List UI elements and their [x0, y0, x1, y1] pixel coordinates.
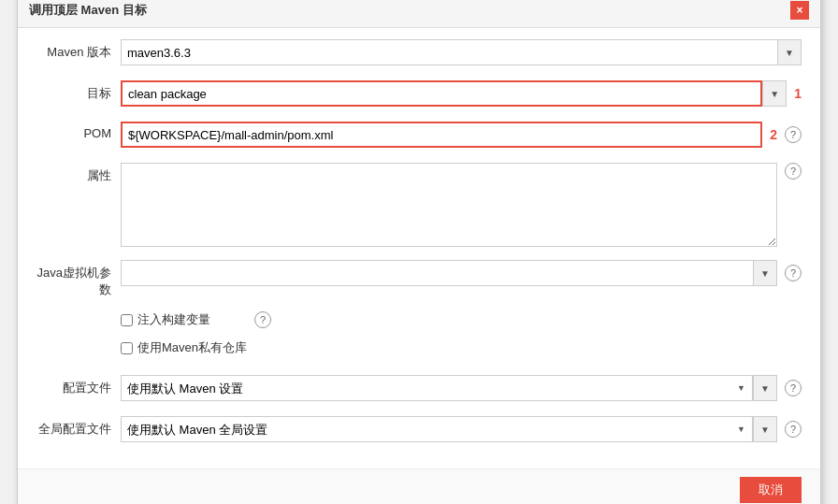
target-row: 目标 ▼ 1: [36, 80, 802, 108]
global-help-symbol: ?: [790, 424, 796, 435]
attributes-help-symbol: ?: [790, 166, 796, 177]
dialog-body: Maven 版本 maven3.6.3 ▼ 目标 ▼: [18, 28, 820, 468]
global-config-label: 全局配置文件: [36, 416, 121, 438]
attributes-textarea[interactable]: [121, 163, 777, 247]
checkboxes-help-symbol: ?: [260, 314, 266, 325]
target-badge: 1: [794, 86, 802, 101]
jvm-label: Java虚拟机参数: [36, 260, 121, 298]
maven-version-label: Maven 版本: [36, 39, 121, 61]
jvm-help-icon[interactable]: ?: [785, 265, 802, 281]
target-dropdown-icon: ▼: [770, 89, 779, 99]
jvm-help-symbol: ?: [790, 267, 796, 279]
dialog-footer: 取消: [18, 468, 820, 504]
global-config-dropdown-btn[interactable]: ▼: [753, 416, 777, 442]
config-file-content: 使用默认 Maven 设置 ▼ ?: [121, 375, 802, 401]
inject-build-row: 注入构建变量: [121, 311, 247, 328]
target-dropdown-btn[interactable]: ▼: [762, 80, 787, 107]
dropdown-icon: ▼: [785, 48, 794, 58]
pom-input[interactable]: [121, 122, 762, 148]
global-config-help-icon[interactable]: ?: [785, 421, 802, 438]
config-file-row: 配置文件 使用默认 Maven 设置 ▼ ?: [36, 375, 802, 403]
pom-badge: 2: [770, 127, 777, 142]
config-file-label: 配置文件: [36, 375, 121, 396]
config-file-select-wrapper: 使用默认 Maven 设置: [121, 375, 753, 401]
checkboxes-content: 注入构建变量 使用Maven私有仓库 ?: [121, 311, 802, 362]
target-content: ▼ 1: [121, 80, 802, 107]
checkboxes-wrapper: 注入构建变量 使用Maven私有仓库: [121, 311, 247, 362]
jvm-row: Java虚拟机参数 ▼ ?: [36, 260, 802, 298]
attributes-help-icon[interactable]: ?: [785, 163, 802, 180]
checkboxes-help-icon[interactable]: ?: [254, 311, 271, 328]
target-input[interactable]: [121, 80, 762, 107]
maven-version-content: maven3.6.3 ▼: [121, 39, 802, 65]
global-config-row: 全局配置文件 使用默认 Maven 全局设置 ▼ ?: [36, 416, 802, 444]
global-config-select-wrapper: 使用默认 Maven 全局设置: [121, 416, 753, 442]
jvm-dropdown-btn[interactable]: ▼: [753, 260, 777, 286]
private-repo-label: 使用Maven私有仓库: [137, 339, 247, 356]
jvm-input[interactable]: [121, 260, 753, 286]
target-label: 目标: [36, 80, 121, 102]
pom-label: POM: [36, 122, 121, 140]
config-file-dropdown-btn[interactable]: ▼: [753, 375, 777, 401]
config-file-help-icon[interactable]: ?: [785, 380, 802, 396]
global-dropdown-icon: ▼: [760, 425, 770, 435]
maven-version-input-group: maven3.6.3 ▼: [121, 39, 802, 65]
config-file-select[interactable]: 使用默认 Maven 设置: [121, 375, 753, 401]
close-button[interactable]: ×: [790, 1, 809, 20]
global-config-select[interactable]: 使用默认 Maven 全局设置: [121, 416, 753, 442]
jvm-dropdown-icon: ▼: [760, 268, 770, 279]
dialog-container: 调用顶层 Maven 目标 × Maven 版本 maven3.6.3 ▼ 目标: [17, 0, 821, 504]
maven-version-dropdown-btn[interactable]: ▼: [777, 39, 802, 65]
global-config-content: 使用默认 Maven 全局设置 ▼ ?: [121, 416, 802, 442]
inject-build-label: 注入构建变量: [137, 311, 210, 328]
inject-build-checkbox[interactable]: [121, 314, 133, 326]
jvm-input-group: ▼: [121, 260, 777, 286]
config-dropdown-icon: ▼: [760, 383, 770, 394]
checkboxes-label: [36, 311, 121, 316]
target-input-group: ▼: [121, 80, 787, 107]
maven-version-select[interactable]: maven3.6.3: [121, 39, 777, 65]
dialog-header: 调用顶层 Maven 目标 ×: [18, 0, 820, 28]
attributes-content: ?: [121, 163, 802, 247]
jvm-content: ▼ ?: [121, 260, 802, 286]
pom-help-symbol: ?: [790, 129, 796, 140]
cancel-button[interactable]: 取消: [740, 477, 802, 503]
maven-version-row: Maven 版本 maven3.6.3 ▼: [36, 39, 802, 67]
checkboxes-row: 注入构建变量 使用Maven私有仓库 ?: [36, 311, 802, 362]
attributes-row: 属性 ?: [36, 163, 802, 247]
private-repo-checkbox[interactable]: [121, 342, 133, 354]
pom-help-icon[interactable]: ?: [785, 126, 802, 143]
config-help-symbol: ?: [790, 382, 796, 394]
pom-row: POM 2 ?: [36, 122, 802, 150]
pom-content: 2 ?: [121, 122, 802, 148]
dialog-title: 调用顶层 Maven 目标: [29, 2, 147, 19]
private-repo-row: 使用Maven私有仓库: [121, 339, 247, 356]
attributes-label: 属性: [36, 163, 121, 184]
